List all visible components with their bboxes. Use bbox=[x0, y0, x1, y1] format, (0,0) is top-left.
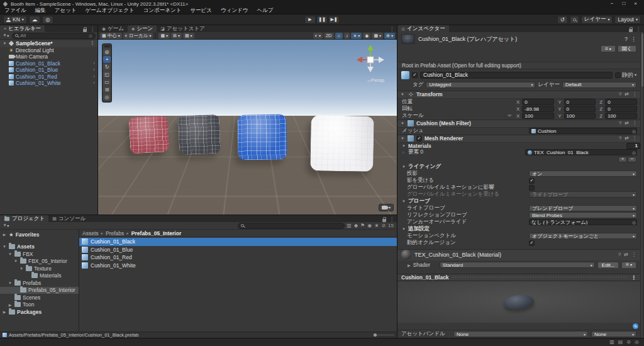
scene-lighting-toggle[interactable] bbox=[335, 33, 343, 39]
kebab-menu-icon[interactable] bbox=[631, 275, 637, 281]
help-icon[interactable] bbox=[618, 252, 621, 257]
cushion-red-object[interactable] bbox=[129, 115, 170, 153]
help-icon[interactable] bbox=[625, 36, 628, 42]
effects-dropdown[interactable] bbox=[351, 33, 362, 39]
position-x-field[interactable]: 0 bbox=[522, 99, 554, 105]
pause-button[interactable]: ❚❚ bbox=[316, 16, 328, 24]
hierarchy-scene-row[interactable]: ▼ SampleScene* bbox=[0, 40, 97, 47]
search-filter-icon[interactable] bbox=[89, 33, 92, 38]
menu-help[interactable]: ヘルプ bbox=[253, 7, 278, 14]
materials-foldout[interactable]: ▼ Materials 1 bbox=[397, 143, 640, 149]
hierarchy-item-directional-light[interactable]: Directional Light bbox=[0, 47, 97, 54]
asset-cushion-01-white[interactable]: Cushion_01_White bbox=[79, 262, 397, 270]
move-tool-button[interactable]: + bbox=[103, 56, 111, 63]
services-button[interactable] bbox=[42, 16, 53, 24]
tab-console[interactable]: コンソール bbox=[48, 215, 89, 222]
tag-dropdown[interactable]: Untagged bbox=[426, 82, 535, 88]
position-y-field[interactable]: 0 bbox=[564, 99, 596, 105]
add-gameobject-button[interactable] bbox=[2, 33, 10, 38]
rect-tool-button[interactable] bbox=[103, 79, 111, 86]
hidden-items-icon[interactable] bbox=[381, 223, 386, 228]
create-asset-button[interactable] bbox=[2, 223, 10, 228]
gameobject-active-checkbox[interactable] bbox=[412, 72, 418, 78]
project-favorites[interactable]: ▶ Favorites bbox=[0, 231, 79, 238]
scene-camera-settings-button[interactable] bbox=[379, 204, 394, 211]
tool-settings-dropdown[interactable] bbox=[183, 33, 194, 39]
folder-prefabs[interactable]: ▼Prefabs bbox=[0, 279, 79, 287]
tab-asset-store[interactable]: アセットストア bbox=[157, 25, 209, 32]
presets-icon[interactable] bbox=[624, 252, 628, 257]
prefab-open-chevron-icon[interactable] bbox=[93, 61, 96, 66]
menu-assets[interactable]: アセット bbox=[50, 7, 81, 14]
scale-y-field[interactable]: 100 bbox=[564, 113, 596, 119]
shader-edit-button[interactable]: Edit... bbox=[597, 262, 619, 269]
cast-shadows-dropdown[interactable]: オン bbox=[529, 170, 637, 177]
mesh-filter-component-header[interactable]: ▼ Cushion (Mesh Filter) bbox=[397, 120, 640, 128]
breadcrumb-assets[interactable]: Assets bbox=[82, 230, 99, 237]
additional-settings-foldout[interactable]: ▼追加設定 bbox=[397, 226, 640, 233]
kebab-menu-icon[interactable] bbox=[631, 252, 636, 257]
constrain-proportions-icon[interactable] bbox=[506, 113, 513, 118]
gameobject-name-field[interactable]: Cushion_01_Black bbox=[420, 72, 613, 79]
kebab-menu-icon[interactable] bbox=[389, 27, 394, 32]
object-picker-icon[interactable] bbox=[632, 220, 636, 225]
rotation-x-field[interactable]: -89.98 bbox=[522, 106, 554, 112]
camera-settings-dropdown[interactable] bbox=[372, 33, 383, 39]
draw-mode-dropdown[interactable] bbox=[313, 33, 323, 39]
material-object-field[interactable]: TEX_Cushion_01_Black bbox=[525, 149, 637, 155]
folder-scenes[interactable]: Scenes bbox=[0, 294, 79, 301]
mesh-object-field[interactable]: Cushion bbox=[529, 128, 637, 134]
search-by-label-icon[interactable] bbox=[354, 223, 358, 228]
static-dropdown-icon[interactable] bbox=[635, 73, 636, 77]
fold-open-icon[interactable]: ▼ bbox=[3, 42, 7, 45]
prefab-open-chevron-icon[interactable] bbox=[93, 81, 96, 86]
cache-server-icon[interactable] bbox=[609, 340, 614, 345]
hierarchy-item-main-camera[interactable]: Main Camera bbox=[0, 53, 97, 60]
position-z-field[interactable]: 0 bbox=[605, 99, 637, 105]
play-button[interactable]: ▶ bbox=[304, 16, 316, 24]
asset-cushion-01-black[interactable]: Cushion_01_Black bbox=[79, 238, 397, 246]
favorites-filter-icon[interactable] bbox=[374, 223, 379, 228]
light-probes-dropdown[interactable]: ブレンドプローブ bbox=[529, 205, 637, 211]
scale-x-field[interactable]: 100 bbox=[522, 113, 554, 119]
label-icon[interactable] bbox=[360, 223, 365, 228]
handle-space-dropdown[interactable]: ローカル bbox=[123, 33, 153, 39]
folder-assets[interactable]: ▼Assets bbox=[0, 243, 79, 251]
maximize-button[interactable] bbox=[622, 1, 625, 6]
hierarchy-item-cushion-white[interactable]: Cushion_01_White bbox=[0, 80, 97, 87]
step-button[interactable]: ▶❚ bbox=[328, 16, 340, 24]
reflection-probes-dropdown[interactable]: Blend Probes bbox=[529, 212, 637, 218]
kebab-menu-icon[interactable] bbox=[632, 121, 637, 126]
add-material-button[interactable] bbox=[618, 157, 627, 162]
kebab-menu-icon[interactable] bbox=[632, 136, 637, 141]
lock-icon[interactable] bbox=[83, 29, 87, 32]
presets-icon[interactable] bbox=[625, 92, 629, 97]
scale-z-field[interactable]: 100 bbox=[605, 113, 637, 119]
cushion-blue-object[interactable] bbox=[237, 114, 287, 160]
material-header[interactable]: TEX_Cushion_01_Black (Material) bbox=[397, 249, 640, 260]
breadcrumb-prefabs[interactable]: Prefabs bbox=[106, 230, 124, 237]
kebab-menu-icon[interactable] bbox=[631, 36, 636, 42]
tab-game[interactable]: ゲーム bbox=[98, 25, 128, 32]
hierarchy-item-cushion-red[interactable]: Cushion_01_Red bbox=[0, 74, 97, 81]
materials-count-field[interactable]: 1 bbox=[626, 143, 640, 149]
folder-fbx-05-interior[interactable]: ▼FBX_05_Interior bbox=[0, 258, 79, 265]
account-button[interactable]: KN bbox=[3, 16, 27, 24]
collab-status-icon[interactable] bbox=[626, 340, 631, 345]
rotate-tool-button[interactable] bbox=[103, 64, 111, 70]
overlay-drag-handle[interactable] bbox=[104, 45, 110, 47]
static-checkbox[interactable] bbox=[615, 72, 621, 78]
layers-dropdown[interactable]: レイヤー bbox=[581, 16, 613, 24]
folder-materials[interactable]: Materials bbox=[0, 272, 79, 280]
folder-prefabs-05-interior[interactable]: Prefabs_05_Interior bbox=[0, 287, 79, 294]
hierarchy-search-input[interactable]: All bbox=[12, 33, 96, 39]
scale-tool-button[interactable] bbox=[103, 71, 111, 78]
thumbnail-zoom-slider[interactable] bbox=[373, 335, 394, 335]
folder-packages[interactable]: ▶Packages bbox=[0, 308, 79, 316]
scene-visibility-toggle[interactable] bbox=[363, 33, 370, 39]
prefab-import-settings-button[interactable] bbox=[601, 45, 616, 52]
folder-fbx[interactable]: ▼FBX bbox=[0, 250, 79, 258]
mesh-renderer-component-header[interactable]: ▼ Mesh Renderer bbox=[397, 135, 640, 143]
kebab-menu-icon[interactable] bbox=[389, 217, 394, 222]
gizmos-dropdown[interactable] bbox=[384, 33, 395, 39]
